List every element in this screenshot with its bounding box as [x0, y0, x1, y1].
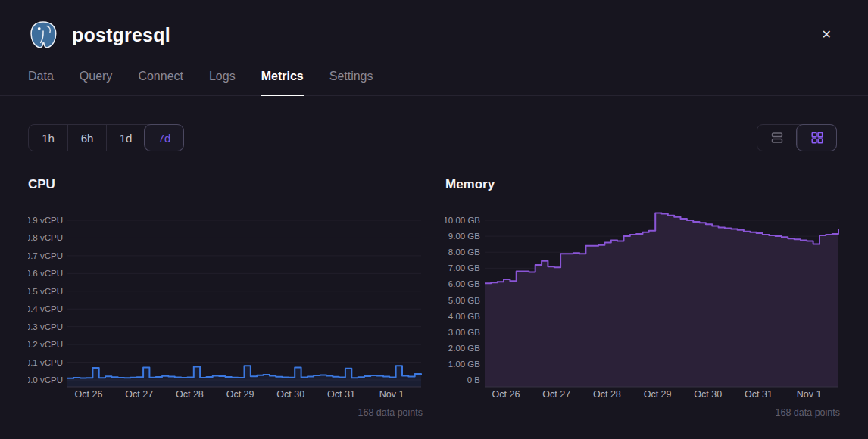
y-tick-label: 8.00 GB [448, 248, 481, 257]
y-tick-label: 0 B [467, 375, 481, 385]
cpu-data-points-label: 168 data points [28, 407, 423, 418]
y-tick-label: 0.9 vCPU [28, 216, 63, 225]
tab-query[interactable]: Query [80, 70, 113, 95]
view-mode-grid-button[interactable] [797, 125, 836, 151]
y-tick-label: 0.0 vCPU [28, 375, 63, 385]
page-title: postgresql [72, 24, 170, 46]
view-mode-list-button[interactable] [757, 125, 797, 151]
y-tick-label: 4.00 GB [448, 312, 481, 321]
tab-metrics[interactable]: Metrics [261, 70, 304, 96]
x-tick-label: Oct 28 [593, 389, 621, 400]
toolbar: 1h6h1d7d [0, 124, 868, 151]
charts-row: CPU 0.9 vCPU0.8 vCPU0.7 vCPU0.6 vCPU0.5 … [0, 177, 868, 418]
time-range-1d[interactable]: 1d [106, 125, 145, 151]
time-range-6h[interactable]: 6h [67, 125, 106, 151]
x-tick-label: Oct 26 [75, 389, 103, 400]
grid-icon [810, 130, 825, 145]
memory-chart-title: Memory [445, 177, 840, 192]
y-tick-label: 0.7 vCPU [28, 251, 63, 260]
y-tick-label: 1.00 GB [448, 360, 481, 369]
time-range-1h[interactable]: 1h [29, 125, 67, 151]
y-tick-label: 2.00 GB [448, 344, 481, 353]
y-tick-label: 9.00 GB [448, 232, 481, 241]
x-tick-label: Oct 31 [745, 389, 773, 400]
memory-chart[interactable]: 10.00 GB9.00 GB8.00 GB7.00 GB6.00 GB5.00… [445, 200, 840, 406]
memory-chart-card: Memory 10.00 GB9.00 GB8.00 GB7.00 GB6.00… [445, 177, 840, 418]
x-tick-label: Oct 30 [276, 389, 304, 400]
window-header: postgresql ✕ [0, 0, 868, 51]
tab-data[interactable]: Data [28, 70, 54, 95]
memory-data-points-label: 168 data points [445, 407, 840, 418]
x-tick-label: Nov 1 [797, 389, 822, 400]
time-range-group: 1h6h1d7d [28, 124, 184, 151]
x-tick-label: Oct 29 [226, 389, 254, 400]
y-tick-label: 0.3 vCPU [28, 322, 63, 332]
view-mode-group [757, 124, 837, 151]
tab-logs[interactable]: Logs [209, 70, 236, 95]
y-tick-label: 0.4 vCPU [28, 304, 63, 313]
y-tick-label: 7.00 GB [448, 263, 481, 272]
postgresql-logo [27, 18, 60, 51]
x-tick-label: Oct 27 [542, 389, 570, 400]
cpu-chart-card: CPU 0.9 vCPU0.8 vCPU0.7 vCPU0.6 vCPU0.5 … [28, 177, 423, 418]
y-tick-label: 0.2 vCPU [28, 340, 63, 349]
rows-icon [770, 130, 785, 145]
y-tick-label: 0.5 vCPU [28, 287, 63, 296]
cpu-series-line [67, 366, 421, 378]
y-tick-label: 6.00 GB [448, 279, 481, 288]
cpu-chart[interactable]: 0.9 vCPU0.8 vCPU0.7 vCPU0.6 vCPU0.5 vCPU… [28, 200, 423, 406]
x-tick-label: Oct 31 [327, 389, 355, 400]
x-tick-label: Oct 28 [176, 389, 204, 400]
x-tick-label: Nov 1 [379, 389, 404, 400]
y-tick-label: 3.00 GB [448, 328, 481, 337]
close-icon[interactable]: ✕ [817, 24, 836, 45]
tab-settings[interactable]: Settings [329, 70, 373, 95]
x-tick-label: Oct 30 [694, 389, 722, 400]
x-tick-label: Oct 26 [492, 389, 520, 400]
y-tick-label: 5.00 GB [448, 296, 481, 305]
y-tick-label: 0.1 vCPU [28, 358, 63, 367]
tab-bar: DataQueryConnectLogsMetricsSettings [0, 70, 868, 96]
cpu-chart-title: CPU [28, 177, 423, 192]
y-tick-label: 10.00 GB [445, 216, 480, 225]
y-tick-label: 0.8 vCPU [28, 233, 63, 242]
time-range-7d[interactable]: 7d [145, 125, 183, 151]
x-tick-label: Oct 27 [125, 389, 153, 400]
y-tick-label: 0.6 vCPU [28, 269, 63, 278]
tab-connect[interactable]: Connect [138, 70, 183, 95]
x-tick-label: Oct 29 [644, 389, 672, 400]
